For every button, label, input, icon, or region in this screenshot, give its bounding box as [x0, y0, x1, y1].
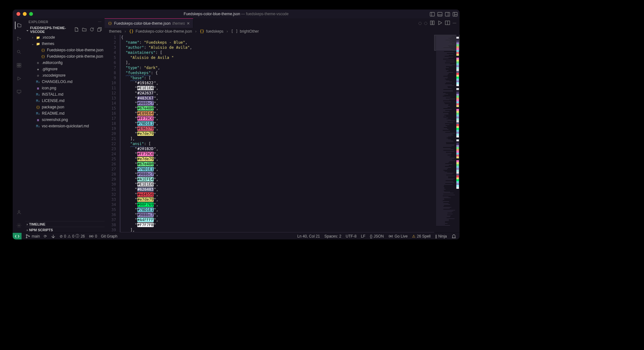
tree-item[interactable]: ⚙.editorconfig	[25, 60, 105, 66]
svg-rect-14	[17, 63, 19, 65]
title-project: fuedskeps-theme-vscode	[246, 12, 288, 16]
source-control-icon[interactable]	[15, 35, 23, 42]
tree-item[interactable]: M↓vsc-extension-quickstart.md	[25, 123, 105, 129]
maximize-window-button[interactable]	[29, 12, 33, 16]
file-tree: ›📁.vscode⌄📁themes {}Fuedskeps-color-blue…	[25, 34, 105, 129]
editor-group: {} Fuedskeps-color-blue-theme.json theme…	[105, 18, 460, 232]
timeline-section[interactable]: ›TIMELINE	[25, 221, 105, 227]
root-folder-name: FUEDSKEPS-THEME-VSCODE	[30, 26, 74, 34]
git-graph-button[interactable]: Git Graph	[101, 234, 117, 239]
tree-item[interactable]: M↓README.md	[25, 110, 105, 117]
run-debug-icon[interactable]	[15, 75, 23, 82]
explorer-root[interactable]: ⌄ FUEDSKEPS-THEME-VSCODE	[25, 25, 74, 34]
go-back-icon[interactable]: ◌	[418, 21, 422, 25]
line-numbers: 1234567891011121314151617181920212223242…	[105, 35, 120, 232]
git-branch[interactable]: main	[25, 234, 40, 239]
cursor-position[interactable]: Ln 40, Col 21	[297, 234, 320, 239]
indentation[interactable]: Spaces: 2	[324, 234, 341, 239]
json-icon: {}	[200, 29, 204, 34]
git-stash[interactable]	[51, 234, 56, 239]
tree-item[interactable]: {}Fuedskeps-color-blue-theme.json	[25, 47, 105, 53]
ninja-status[interactable]: ‖ Ninja	[435, 234, 447, 239]
npm-scripts-section[interactable]: ›NPM SCRIPTS	[25, 227, 105, 232]
editor-view[interactable]: 1234567891011121314151617181920212223242…	[105, 35, 460, 232]
svg-point-12	[17, 50, 20, 53]
activity-bar	[13, 18, 25, 232]
run-icon[interactable]	[437, 20, 442, 26]
svg-point-11	[20, 38, 21, 39]
layout-controls	[430, 12, 457, 16]
new-folder-icon[interactable]	[82, 27, 87, 33]
svg-rect-17	[19, 66, 21, 67]
json-icon: {}	[108, 22, 112, 25]
tree-item[interactable]: ⌄📁themes	[25, 41, 105, 47]
tab-bar: {} Fuedskeps-color-blue-theme.json theme…	[105, 18, 460, 28]
minimize-window-button[interactable]	[23, 12, 27, 16]
encoding[interactable]: UTF-8	[346, 234, 357, 239]
notifications-icon[interactable]	[451, 234, 456, 239]
chevron-down-icon: ⌄	[26, 28, 29, 32]
tree-item[interactable]: M↓INSTALL.md	[25, 91, 105, 98]
accounts-icon[interactable]	[15, 208, 23, 216]
sidebar-sections: ›TIMELINE ›NPM SCRIPTS	[25, 221, 105, 232]
svg-point-21	[18, 211, 20, 212]
settings-gear-icon[interactable]	[15, 222, 23, 229]
tree-item[interactable]: {}Fuedskeps-color-pink-theme.json	[25, 53, 105, 60]
breadcrumb[interactable]: themes {} Fuedskeps-color-blue-theme.jso…	[105, 28, 460, 35]
close-window-button[interactable]	[16, 12, 20, 16]
svg-point-32	[91, 236, 92, 237]
minimap[interactable]	[434, 35, 460, 232]
breadcrumb-segment[interactable]: fuedskeps	[206, 29, 223, 34]
sync-button[interactable]: ⟳	[44, 234, 47, 239]
remote-explorer-icon[interactable]	[15, 88, 23, 96]
compare-icon[interactable]	[430, 20, 435, 26]
remote-indicator[interactable]	[13, 233, 22, 240]
go-forward-icon[interactable]: ◌	[424, 21, 427, 25]
extensions-icon[interactable]	[15, 61, 23, 69]
explorer-more-icon[interactable]: ⋯	[98, 20, 101, 24]
svg-point-22	[18, 225, 20, 226]
svg-rect-23	[98, 29, 100, 31]
tree-item[interactable]: ›📁.vscode	[25, 34, 105, 41]
svg-rect-6	[453, 12, 457, 16]
tree-item[interactable]: M↓LICENSE.md	[25, 98, 105, 104]
sidebar: EXPLORER ⋯ ⌄ FUEDSKEPS-THEME-VSCODE ›📁.v…	[25, 18, 105, 232]
spell-check[interactable]: ⚠ 26 Spell	[412, 234, 430, 239]
toggle-panel-bottom-icon[interactable]	[437, 12, 442, 16]
svg-rect-15	[19, 63, 21, 65]
tab-close-icon[interactable]: ✕	[187, 21, 190, 26]
problems-counter[interactable]: ⊘ 0 ⚠ 0 ⓘ 26	[60, 233, 85, 239]
customize-layout-icon[interactable]	[453, 12, 457, 16]
toggle-panel-left-icon[interactable]	[430, 12, 434, 16]
tree-item[interactable]: {}package.json	[25, 104, 105, 110]
refresh-icon[interactable]	[89, 27, 94, 33]
svg-rect-2	[438, 12, 442, 16]
vscode-window: Fuedskeps-color-blue-theme.json — fuedsk…	[13, 10, 460, 239]
breadcrumb-segment[interactable]: brightOther	[240, 29, 259, 34]
breadcrumb-segment[interactable]: themes	[109, 29, 121, 34]
tree-item[interactable]: M↓CHANGELOG.md	[25, 79, 105, 85]
new-file-icon[interactable]	[74, 27, 79, 33]
ports[interactable]: 0	[89, 234, 97, 239]
go-live-button[interactable]: Go Live	[388, 234, 408, 239]
traffic-lights	[13, 12, 33, 16]
editor-actions: ◌ ◌ ⋯	[418, 18, 460, 28]
split-editor-icon[interactable]	[445, 20, 450, 26]
tree-item[interactable]: ▦screenshot.png	[25, 117, 105, 123]
tab-active[interactable]: {} Fuedskeps-color-blue-theme.json theme…	[105, 18, 193, 28]
collapse-all-icon[interactable]	[97, 27, 102, 33]
more-actions-icon[interactable]: ⋯	[453, 21, 456, 25]
svg-rect-25	[433, 21, 434, 25]
language-mode[interactable]: {} JSON	[370, 234, 384, 239]
eol[interactable]: LF	[361, 234, 365, 239]
tree-item[interactable]: ⊘.vscodeignore	[25, 72, 105, 79]
tree-item[interactable]: ▦icon.png	[25, 85, 105, 91]
tree-item[interactable]: ◆.gitignore	[25, 66, 105, 72]
toggle-panel-right-icon[interactable]	[445, 12, 449, 16]
breadcrumb-segment[interactable]: Fuedskeps-color-blue-theme.json	[136, 29, 192, 34]
svg-rect-0	[430, 12, 435, 16]
svg-marker-18	[18, 77, 21, 80]
code-content[interactable]: { "name": "Fuedskeps - Blue", "author": …	[120, 35, 434, 232]
search-icon[interactable]	[15, 48, 23, 56]
explorer-icon[interactable]	[15, 22, 23, 29]
